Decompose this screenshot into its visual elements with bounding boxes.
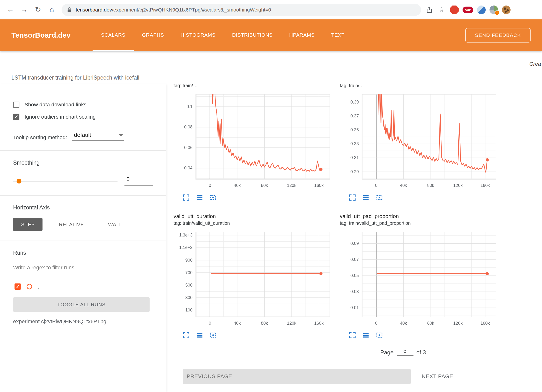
svg-text:0.07: 0.07 [350,257,359,262]
back-icon[interactable]: ← [3,3,17,17]
svg-text:0.39: 0.39 [350,100,359,104]
svg-text:40k: 40k [234,183,241,188]
svg-text:0.33: 0.33 [350,141,359,146]
ignore-outliers-row[interactable]: Ignore outliers in chart scaling [13,114,166,120]
show-download-links-row[interactable]: Show data download links [13,102,166,108]
line-chart[interactable]: 040k80k120k160k0.010.030.050.070.09 [340,227,499,328]
tooltip-sorting-select[interactable]: default [72,132,124,141]
lock-icon [66,7,72,13]
settings-sidebar: Show data download links Ignore outliers… [0,84,166,392]
svg-text:0.05: 0.05 [350,273,359,278]
tab-graphs[interactable]: GRAPHS [134,19,172,51]
tab-text[interactable]: TEXT [323,19,353,51]
line-chart[interactable]: 040k80k120k160k0.040.060.080.1 [173,90,333,190]
tab-distributions[interactable]: DISTRIBUTIONS [224,19,281,51]
browser-chrome: ← → ↻ ⌂ tensorboard.dev/experiment/cj2vt… [0,0,542,19]
profile-avatar-icon[interactable]: 1 [490,5,498,14]
tab-scalars[interactable]: SCALARS [93,19,134,51]
run-name: . [38,284,40,290]
chart-card: tag: train/… 040k80k120k160k0.290.310.33… [340,84,499,204]
expand-chart-icon[interactable] [183,331,190,339]
tab-hparams[interactable]: HPARAMS [281,19,323,51]
home-icon[interactable]: ⌂ [45,3,59,17]
horizontal-axis-heading: Horizontal Axis [13,205,166,211]
reload-icon[interactable]: ↻ [31,3,45,17]
send-feedback-button[interactable]: SEND FEEDBACK [465,28,530,43]
share-icon[interactable] [426,6,433,13]
run-checkbox[interactable] [15,283,21,290]
experiment-id-label: experiment cj2vtPiwQHKN9Q1tx6PTpg [13,318,153,325]
svg-text:1.3e+3: 1.3e+3 [179,233,193,237]
browser-actions: ☆ ABP 1 [426,3,510,17]
svg-text:0: 0 [209,321,211,326]
svg-text:80k: 80k [261,183,268,188]
bookmark-star-icon[interactable]: ☆ [437,3,446,17]
fit-domain-icon[interactable] [209,194,217,201]
chart-card: valid_utt_duration tag: train/valid_utt_… [173,213,333,342]
chart-card: tag: train/… 040k80k120k160k0.040.060.08… [173,84,333,204]
content-area: Show data download links Ignore outliers… [0,84,542,392]
adblock-extension-icon[interactable] [450,5,459,14]
forward-icon[interactable]: → [17,3,31,17]
expand-chart-icon[interactable] [349,194,356,201]
data-table-icon[interactable] [196,331,203,339]
previous-page-button[interactable]: PREVIOUS PAGE [183,369,411,384]
url-bar[interactable]: tensorboard.dev/experiment/cj2vtPiwQHKN9… [62,4,421,16]
page-buttons: PREVIOUS PAGE NEXT PAGE [183,369,542,384]
tab-histograms[interactable]: HISTOGRAMS [172,19,224,51]
divider [0,150,166,151]
svg-text:1.1e+3: 1.1e+3 [179,245,193,250]
data-table-icon[interactable] [362,194,369,201]
run-row[interactable]: . [15,283,166,290]
fit-domain-icon[interactable] [376,331,383,339]
abp-extension-icon[interactable]: ABP [462,6,473,13]
fit-domain-icon[interactable] [376,194,383,201]
chart-card: valid_utt_pad_proportion tag: train/vali… [340,213,499,342]
page-number-input[interactable]: 3 [397,347,413,356]
show-download-links-checkbox[interactable] [13,102,19,108]
charts-main: tag: train/… 040k80k120k160k0.040.060.08… [166,84,542,392]
blue-extension-icon[interactable] [477,5,486,14]
ignore-outliers-checkbox[interactable] [13,114,19,120]
fit-domain-icon[interactable] [209,331,217,339]
next-page-button[interactable]: NEXT PAGE [418,369,457,384]
svg-text:0.31: 0.31 [350,155,359,160]
svg-text:160k: 160k [314,183,324,188]
line-chart[interactable]: 040k80k120k160k0.290.310.330.350.370.39 [340,90,499,190]
pagination: Page 3 of 3 [380,347,542,356]
svg-text:160k: 160k [314,321,324,326]
created-text: Crea [529,61,541,67]
svg-text:160k: 160k [480,321,490,326]
axis-relative-button[interactable]: RELATIVE [51,218,92,231]
chart-tag: tag: train/… [340,84,499,90]
axis-wall-button[interactable]: WALL [100,218,130,231]
divider [0,241,166,241]
run-color-swatch[interactable] [27,284,32,289]
data-table-icon[interactable] [196,194,203,201]
axis-step-button[interactable]: STEP [13,218,43,231]
main-nav: SCALARS GRAPHS HISTOGRAMS DISTRIBUTIONS … [93,19,353,51]
cookie-extension-icon[interactable] [502,5,511,14]
chart-toolbar [173,328,333,342]
svg-text:0.29: 0.29 [350,169,359,174]
runs-filter-input[interactable] [13,265,153,271]
runs-heading: Runs [13,250,166,256]
toggle-all-runs-button[interactable]: TOGGLE ALL RUNS [13,297,150,312]
page-of-label: of 3 [416,349,426,356]
expand-chart-icon[interactable] [183,194,190,201]
svg-text:0.01: 0.01 [350,305,359,310]
app-logo[interactable]: TensorBoard.dev [12,19,71,51]
tooltip-sorting-value: default [74,132,91,138]
data-table-icon[interactable] [362,331,369,339]
svg-text:100: 100 [185,308,193,312]
smoothing-value-input[interactable]: 0 [124,176,153,186]
notification-badge: 1 [495,10,500,15]
smoothing-slider[interactable] [13,181,118,181]
svg-text:80k: 80k [427,183,434,188]
chart-toolbar [173,190,333,204]
svg-text:80k: 80k [427,321,434,326]
expand-chart-icon[interactable] [349,331,356,339]
line-chart[interactable]: 040k80k120k160k1003005007009001.1e+31.3e… [173,227,333,328]
smoothing-slider-thumb[interactable] [17,179,21,183]
tooltip-sorting-label: Tooltip sorting method: [13,134,67,141]
